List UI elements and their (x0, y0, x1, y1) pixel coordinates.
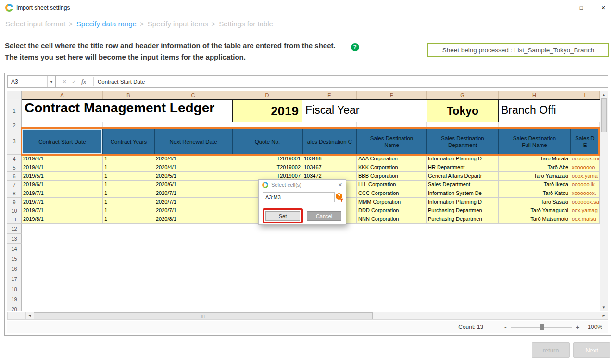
scroll-left-icon[interactable]: ◄ (26, 312, 34, 319)
cell[interactable]: oox.yamag (570, 206, 600, 215)
cell[interactable] (570, 122, 600, 128)
cell[interactable]: Sales Department (427, 181, 499, 189)
scroll-right-icon[interactable]: ► (600, 312, 608, 319)
cell[interactable] (103, 122, 154, 128)
cell[interactable]: 2020/5/1 (154, 172, 232, 181)
breadcrumb-item[interactable]: Settings for table (219, 20, 273, 28)
column-header[interactable]: G (427, 91, 499, 99)
cell[interactable]: Information Planning D (427, 155, 499, 163)
cell[interactable]: 2020/8/1 (154, 215, 232, 224)
cell[interactable] (302, 122, 357, 128)
cell[interactable]: 2019/7/1 (22, 189, 103, 198)
return-button[interactable]: return (532, 342, 570, 358)
cell[interactable]: 1 (103, 198, 154, 206)
header-cell[interactable]: Contract Start Date (22, 128, 103, 155)
row-header[interactable]: 4 (7, 155, 22, 163)
breadcrumb-item[interactable]: Select input format (5, 20, 65, 28)
dialog-close-icon[interactable]: ✕ (338, 182, 342, 188)
cell[interactable]: 2019/4/1 (22, 163, 103, 172)
cell[interactable]: T2019002 (232, 163, 302, 172)
row-header[interactable]: 18 (7, 284, 22, 294)
header-cell[interactable]: Contract Years (103, 128, 154, 155)
cell-range-input[interactable] (263, 192, 335, 202)
next-button[interactable]: Next (573, 342, 610, 358)
cell[interactable]: 2019/4/1 (22, 155, 103, 163)
cell[interactable]: CCC Corporation (357, 189, 427, 198)
cell[interactable]: Information System De (427, 189, 499, 198)
column-header[interactable]: D (232, 91, 302, 99)
confirm-entry-icon[interactable]: ✓ (69, 78, 79, 85)
row-header[interactable]: 13 (7, 234, 22, 244)
cell[interactable]: 103467 (302, 163, 357, 172)
column-header[interactable]: F (357, 91, 427, 99)
close-button[interactable]: ✕ (592, 0, 615, 15)
row-header[interactable]: 16 (7, 264, 22, 274)
cell[interactable]: 2020/4/1 (154, 155, 232, 163)
zoom-out-button[interactable]: - (502, 323, 509, 331)
vertical-scrollbar[interactable]: ▲ ▼ (600, 91, 608, 311)
cancel-button[interactable]: Cancel (307, 211, 341, 221)
cell[interactable]: 2019/7/1 (22, 206, 103, 215)
cell[interactable] (427, 122, 499, 128)
cell[interactable]: oooooox.sa (570, 198, 600, 206)
horizontal-scroll-track[interactable] (373, 312, 600, 319)
cell[interactable]: AAA Corporation (357, 155, 427, 163)
function-icon[interactable]: fx (79, 78, 88, 85)
cell[interactable]: General Affairs Departr (427, 172, 499, 181)
formula-input[interactable]: Contract Start Date (95, 76, 608, 87)
cell[interactable]: Tarō Katou (499, 189, 570, 198)
cell[interactable]: Information Planning D (427, 198, 499, 206)
cell[interactable]: 1 (103, 215, 154, 224)
cell[interactable]: Tarō Yamaguchi (499, 206, 570, 215)
cell[interactable]: DDD Corporation (357, 206, 427, 215)
vertical-scroll-thumb[interactable] (601, 98, 607, 132)
cell[interactable]: Tarō Ikeda (499, 181, 570, 189)
name-box-dropdown-icon[interactable]: ▼ (47, 76, 55, 87)
cell-reference-box[interactable]: A3 ▼ (8, 76, 56, 87)
row-header[interactable]: 8 (7, 189, 22, 198)
cell[interactable] (232, 122, 302, 128)
header-cell[interactable]: Sales Destination Department (427, 128, 499, 155)
cell[interactable]: 2019/7/1 (22, 198, 103, 206)
select-all-corner[interactable] (7, 91, 22, 99)
cell[interactable]: Tarō Murata (499, 155, 570, 163)
row-header[interactable]: 7 (7, 181, 22, 189)
zoom-in-button[interactable]: + (574, 323, 581, 331)
row-header[interactable]: 5 (7, 163, 22, 172)
header-cell[interactable]: Sales D E (570, 128, 600, 155)
vertical-scroll-track[interactable] (600, 132, 608, 303)
row-header[interactable]: 11 (7, 215, 22, 224)
row-header[interactable]: 1 (7, 99, 22, 122)
column-header[interactable]: B (103, 91, 154, 99)
row-header[interactable]: 2 (7, 122, 22, 128)
cell[interactable]: 1 (103, 189, 154, 198)
column-header[interactable]: H (499, 91, 570, 99)
cell[interactable]: 1 (103, 181, 154, 189)
column-header[interactable]: A (22, 91, 103, 99)
cell[interactable]: xoooooox. (570, 189, 600, 198)
cell[interactable]: Tarō Yamazaki (499, 172, 570, 181)
cell[interactable]: Tarō Abe (499, 163, 570, 172)
row-header[interactable]: 10 (7, 206, 22, 215)
cell[interactable]: oox.matsu (570, 215, 600, 224)
breadcrumb-item[interactable]: Specify data range (76, 20, 137, 28)
fiscal-year-cell[interactable]: 2019 (232, 100, 302, 122)
cell[interactable] (499, 122, 570, 128)
cell[interactable]: Purchasing Departmen (427, 215, 499, 224)
header-cell[interactable]: Sales Destination Name (357, 128, 427, 155)
row-header[interactable]: 15 (7, 254, 22, 264)
header-cell[interactable]: Next Renewal Date (154, 128, 232, 155)
cancel-entry-icon[interactable]: ✕ (60, 78, 69, 85)
cell[interactable]: oooooo.ik (570, 181, 600, 189)
cell[interactable] (357, 122, 427, 128)
header-cell[interactable]: Sales Destination Full Name (499, 128, 570, 155)
cell[interactable]: 1 (103, 163, 154, 172)
cell[interactable]: MMM Corporation (357, 198, 427, 206)
cell[interactable]: 2020/7/1 (154, 198, 232, 206)
cell[interactable] (154, 122, 232, 128)
column-header[interactable]: E (302, 91, 357, 99)
row-header[interactable]: 3 (7, 128, 22, 155)
breadcrumb-item[interactable]: Specify input items (148, 20, 208, 28)
header-cell[interactable]: ales Destination C (302, 128, 357, 155)
cell[interactable]: T2019001 (232, 155, 302, 163)
